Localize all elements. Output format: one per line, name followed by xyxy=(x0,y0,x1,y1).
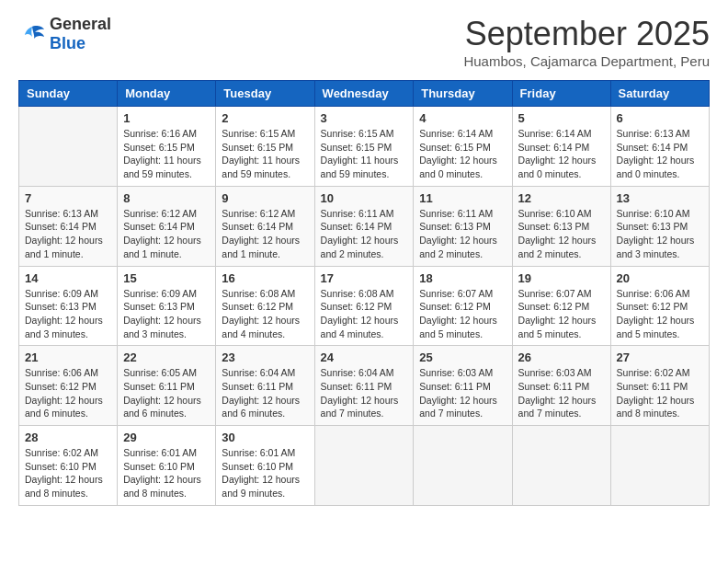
day-info: Sunrise: 6:04 AMSunset: 6:11 PMDaylight:… xyxy=(321,366,408,420)
day-number: 10 xyxy=(321,191,408,205)
table-row: 28Sunrise: 6:02 AMSunset: 6:10 PMDayligh… xyxy=(19,426,118,506)
table-row: 11Sunrise: 6:11 AMSunset: 6:13 PMDayligh… xyxy=(414,186,512,266)
table-row: 6Sunrise: 6:13 AMSunset: 6:14 PMDaylight… xyxy=(610,107,709,187)
day-number: 2 xyxy=(222,111,308,125)
day-number: 15 xyxy=(123,271,210,285)
day-info: Sunrise: 6:04 AMSunset: 6:11 PMDaylight:… xyxy=(222,366,308,420)
day-number: 19 xyxy=(518,271,605,285)
table-row: 2Sunrise: 6:15 AMSunset: 6:15 PMDaylight… xyxy=(216,107,314,187)
day-info: Sunrise: 6:09 AMSunset: 6:13 PMDaylight:… xyxy=(25,287,111,341)
table-row: 20Sunrise: 6:06 AMSunset: 6:12 PMDayligh… xyxy=(610,266,709,346)
day-info: Sunrise: 6:05 AMSunset: 6:11 PMDaylight:… xyxy=(123,366,210,420)
day-info: Sunrise: 6:15 AMSunset: 6:15 PMDaylight:… xyxy=(222,127,308,181)
table-row: 10Sunrise: 6:11 AMSunset: 6:14 PMDayligh… xyxy=(314,186,414,266)
day-info: Sunrise: 6:07 AMSunset: 6:12 PMDaylight:… xyxy=(518,287,605,341)
calendar-header-row: Sunday Monday Tuesday Wednesday Thursday… xyxy=(19,81,710,107)
day-number: 4 xyxy=(419,111,506,125)
day-number: 16 xyxy=(222,271,308,285)
table-row: 15Sunrise: 6:09 AMSunset: 6:13 PMDayligh… xyxy=(118,266,216,346)
day-info: Sunrise: 6:06 AMSunset: 6:12 PMDaylight:… xyxy=(25,366,111,420)
header-monday: Monday xyxy=(118,81,216,107)
day-info: Sunrise: 6:09 AMSunset: 6:13 PMDaylight:… xyxy=(123,287,210,341)
day-number: 9 xyxy=(222,191,308,205)
day-number: 7 xyxy=(25,191,111,205)
calendar-week-row: 21Sunrise: 6:06 AMSunset: 6:12 PMDayligh… xyxy=(19,346,710,426)
day-info: Sunrise: 6:01 AMSunset: 6:10 PMDaylight:… xyxy=(123,446,210,500)
table-row: 26Sunrise: 6:03 AMSunset: 6:11 PMDayligh… xyxy=(512,346,610,426)
table-row: 25Sunrise: 6:03 AMSunset: 6:11 PMDayligh… xyxy=(414,346,512,426)
table-row: 3Sunrise: 6:15 AMSunset: 6:15 PMDaylight… xyxy=(314,107,414,187)
day-number: 22 xyxy=(123,350,210,364)
day-number: 6 xyxy=(617,111,703,125)
table-row: 18Sunrise: 6:07 AMSunset: 6:12 PMDayligh… xyxy=(414,266,512,346)
day-number: 12 xyxy=(518,191,605,205)
day-info: Sunrise: 6:03 AMSunset: 6:11 PMDaylight:… xyxy=(518,366,605,420)
logo: General Blue xyxy=(18,15,111,53)
header-saturday: Saturday xyxy=(610,81,709,107)
table-row: 27Sunrise: 6:02 AMSunset: 6:11 PMDayligh… xyxy=(610,346,709,426)
day-info: Sunrise: 6:15 AMSunset: 6:15 PMDaylight:… xyxy=(321,127,408,181)
day-number: 17 xyxy=(321,271,408,285)
day-info: Sunrise: 6:08 AMSunset: 6:12 PMDaylight:… xyxy=(222,287,308,341)
day-number: 18 xyxy=(419,271,506,285)
page-subtitle: Huambos, Cajamarca Department, Peru xyxy=(463,53,710,69)
calendar-week-row: 7Sunrise: 6:13 AMSunset: 6:14 PMDaylight… xyxy=(19,186,710,266)
table-row: 22Sunrise: 6:05 AMSunset: 6:11 PMDayligh… xyxy=(118,346,216,426)
day-info: Sunrise: 6:11 AMSunset: 6:14 PMDaylight:… xyxy=(321,207,408,261)
table-row: 12Sunrise: 6:10 AMSunset: 6:13 PMDayligh… xyxy=(512,186,610,266)
day-info: Sunrise: 6:14 AMSunset: 6:15 PMDaylight:… xyxy=(419,127,506,181)
day-info: Sunrise: 6:06 AMSunset: 6:12 PMDaylight:… xyxy=(617,287,703,341)
calendar-week-row: 1Sunrise: 6:16 AMSunset: 6:15 PMDaylight… xyxy=(19,107,710,187)
header-sunday: Sunday xyxy=(19,81,118,107)
day-info: Sunrise: 6:14 AMSunset: 6:14 PMDaylight:… xyxy=(518,127,605,181)
day-number: 24 xyxy=(321,350,408,364)
header-wednesday: Wednesday xyxy=(314,81,414,107)
day-number: 5 xyxy=(518,111,605,125)
table-row xyxy=(512,426,610,506)
day-info: Sunrise: 6:13 AMSunset: 6:14 PMDaylight:… xyxy=(25,207,111,261)
table-row: 8Sunrise: 6:12 AMSunset: 6:14 PMDaylight… xyxy=(118,186,216,266)
day-number: 26 xyxy=(518,350,605,364)
table-row: 1Sunrise: 6:16 AMSunset: 6:15 PMDaylight… xyxy=(118,107,216,187)
day-number: 23 xyxy=(222,350,308,364)
table-row: 30Sunrise: 6:01 AMSunset: 6:10 PMDayligh… xyxy=(216,426,314,506)
day-info: Sunrise: 6:02 AMSunset: 6:11 PMDaylight:… xyxy=(617,366,703,420)
day-number: 28 xyxy=(25,431,111,444)
table-row xyxy=(314,426,414,506)
header-thursday: Thursday xyxy=(414,81,512,107)
day-info: Sunrise: 6:10 AMSunset: 6:13 PMDaylight:… xyxy=(518,207,605,261)
day-number: 20 xyxy=(617,271,703,285)
day-number: 11 xyxy=(419,191,506,205)
calendar-week-row: 28Sunrise: 6:02 AMSunset: 6:10 PMDayligh… xyxy=(19,426,710,506)
table-row xyxy=(414,426,512,506)
day-number: 1 xyxy=(123,111,210,125)
table-row: 23Sunrise: 6:04 AMSunset: 6:11 PMDayligh… xyxy=(216,346,314,426)
calendar-table: Sunday Monday Tuesday Wednesday Thursday… xyxy=(18,80,710,506)
day-number: 8 xyxy=(123,191,210,205)
day-info: Sunrise: 6:16 AMSunset: 6:15 PMDaylight:… xyxy=(123,127,210,181)
table-row xyxy=(19,107,118,187)
day-number: 25 xyxy=(419,350,506,364)
calendar-week-row: 14Sunrise: 6:09 AMSunset: 6:13 PMDayligh… xyxy=(19,266,710,346)
day-info: Sunrise: 6:10 AMSunset: 6:13 PMDaylight:… xyxy=(617,207,703,261)
day-info: Sunrise: 6:01 AMSunset: 6:10 PMDaylight:… xyxy=(222,446,308,500)
day-number: 14 xyxy=(25,271,111,285)
day-number: 30 xyxy=(222,431,308,444)
day-info: Sunrise: 6:11 AMSunset: 6:13 PMDaylight:… xyxy=(419,207,506,261)
day-info: Sunrise: 6:13 AMSunset: 6:14 PMDaylight:… xyxy=(617,127,703,181)
day-number: 21 xyxy=(25,350,111,364)
day-number: 13 xyxy=(617,191,703,205)
day-number: 27 xyxy=(617,350,703,364)
day-info: Sunrise: 6:02 AMSunset: 6:10 PMDaylight:… xyxy=(25,446,111,500)
table-row: 9Sunrise: 6:12 AMSunset: 6:14 PMDaylight… xyxy=(216,186,314,266)
day-info: Sunrise: 6:12 AMSunset: 6:14 PMDaylight:… xyxy=(222,207,308,261)
page-header: General Blue September 2025 Huambos, Caj… xyxy=(18,15,710,69)
table-row: 5Sunrise: 6:14 AMSunset: 6:14 PMDaylight… xyxy=(512,107,610,187)
day-number: 29 xyxy=(123,431,210,444)
title-area: September 2025 Huambos, Cajamarca Depart… xyxy=(463,15,710,69)
table-row: 29Sunrise: 6:01 AMSunset: 6:10 PMDayligh… xyxy=(118,426,216,506)
table-row: 16Sunrise: 6:08 AMSunset: 6:12 PMDayligh… xyxy=(216,266,314,346)
table-row: 14Sunrise: 6:09 AMSunset: 6:13 PMDayligh… xyxy=(19,266,118,346)
table-row: 7Sunrise: 6:13 AMSunset: 6:14 PMDaylight… xyxy=(19,186,118,266)
day-info: Sunrise: 6:03 AMSunset: 6:11 PMDaylight:… xyxy=(419,366,506,420)
